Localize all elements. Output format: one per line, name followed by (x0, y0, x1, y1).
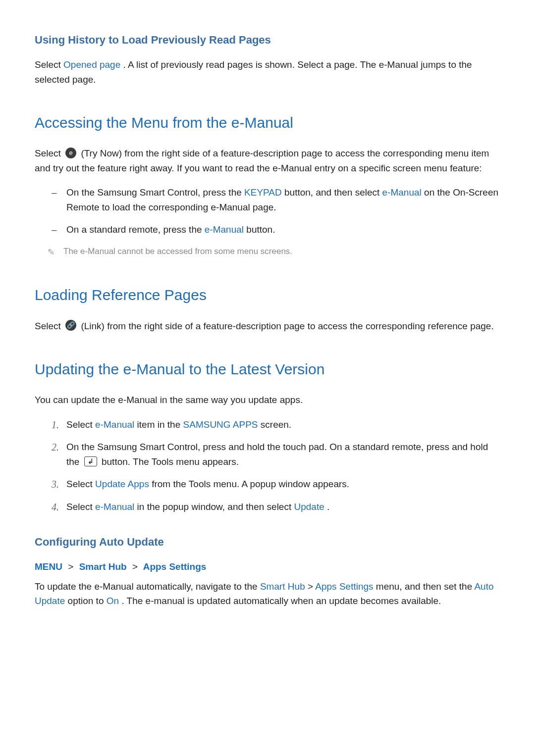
highlight-keypad: KEYPAD (244, 187, 282, 198)
highlight-update: Update (294, 502, 324, 512)
paragraph: To update the e-Manual automatically, na… (35, 579, 500, 608)
link-icon: 🔗 (65, 320, 76, 331)
paragraph: Select e (Try Now) from the right side o… (35, 146, 500, 175)
heading-updating-e-manual: Updating the e-Manual to the Latest Vers… (35, 358, 500, 381)
bullet-list: On the Samsung Smart Control, press the … (35, 185, 500, 237)
list-item: 2. On the Samsung Smart Control, press a… (52, 440, 500, 469)
text: button, and then select (284, 187, 382, 198)
heading-configuring-auto-update: Configuring Auto Update (35, 534, 500, 551)
text: option to (68, 596, 107, 606)
text: Select (35, 321, 63, 331)
text: Select (66, 479, 95, 489)
chevron-right-icon: > (68, 561, 73, 572)
heading-using-history: Using History to Load Previously Read Pa… (35, 32, 500, 49)
text: Select (66, 419, 95, 430)
highlight-e-manual: e-Manual (95, 419, 134, 430)
list-item: On a standard remote, press the e-Manual… (52, 222, 500, 237)
heading-loading-reference: Loading Reference Pages (35, 284, 500, 307)
highlight-on: On (107, 596, 119, 606)
ordered-list: 1. Select e-Manual item in the SAMSUNG A… (35, 417, 500, 514)
try-now-icon: e (65, 148, 76, 158)
enter-key-icon: ↲ (84, 456, 97, 466)
highlight-e-manual: e-Manual (205, 224, 244, 235)
text: On the Samsung Smart Control, press the (66, 187, 244, 198)
text: Select (66, 502, 95, 512)
text: screen. (261, 419, 291, 430)
text: On a standard remote, press the (66, 224, 205, 235)
text: menu, and then set the (376, 581, 475, 592)
step-number: 4. (52, 500, 59, 515)
text: in the popup window, and then select (137, 502, 294, 512)
step-number: 3. (52, 477, 59, 492)
breadcrumb: MENU > Smart Hub > Apps Settings (35, 559, 500, 574)
highlight-samsung-apps: SAMSUNG APPS (183, 419, 258, 430)
text: . The e-manual is updated automatically … (121, 596, 441, 606)
text: from the Tools menu. A popup window appe… (152, 479, 349, 489)
text: item in the (137, 419, 183, 430)
text: . (327, 502, 329, 512)
list-item: 1. Select e-Manual item in the SAMSUNG A… (52, 417, 500, 432)
paragraph: Select 🔗 (Link) from the right side of a… (35, 319, 500, 333)
heading-accessing-menu: Accessing the Menu from the e-Manual (35, 111, 500, 135)
text: > (308, 581, 315, 592)
chevron-right-icon: > (132, 561, 138, 572)
highlight-apps-settings: Apps Settings (315, 581, 373, 592)
highlight-e-manual: e-Manual (95, 502, 134, 512)
breadcrumb-item: Smart Hub (79, 561, 127, 572)
text: button. (246, 224, 275, 235)
highlight-smart-hub: Smart Hub (260, 581, 305, 592)
step-number: 2. (52, 440, 59, 455)
text: To update the e-Manual automatically, na… (35, 581, 260, 592)
note: ✎ The e-Manual cannot be accessed from s… (48, 245, 500, 259)
text: button. The Tools menu appears. (102, 456, 239, 467)
paragraph: Select Opened page . A list of previousl… (35, 57, 500, 87)
highlight-e-manual: e-Manual (382, 187, 422, 198)
text: (Link) from the right side of a feature-… (81, 321, 493, 331)
paragraph: You can update the e-Manual in the same … (35, 393, 500, 407)
list-item: On the Samsung Smart Control, press the … (52, 185, 500, 214)
breadcrumb-item: Apps Settings (143, 561, 207, 572)
breadcrumb-item: MENU (35, 561, 62, 572)
highlight-opened-page: Opened page (63, 59, 120, 70)
note-text: The e-Manual cannot be accessed from som… (63, 245, 292, 258)
highlight-update-apps: Update Apps (95, 479, 149, 489)
step-number: 1. (52, 417, 59, 433)
note-icon: ✎ (48, 246, 54, 259)
text: Select (35, 148, 63, 158)
list-item: 3. Select Update Apps from the Tools men… (52, 477, 500, 491)
list-item: 4. Select e-Manual in the popup window, … (52, 500, 500, 514)
text: (Try Now) from the right side of a featu… (35, 148, 489, 173)
text: Select (35, 59, 63, 70)
